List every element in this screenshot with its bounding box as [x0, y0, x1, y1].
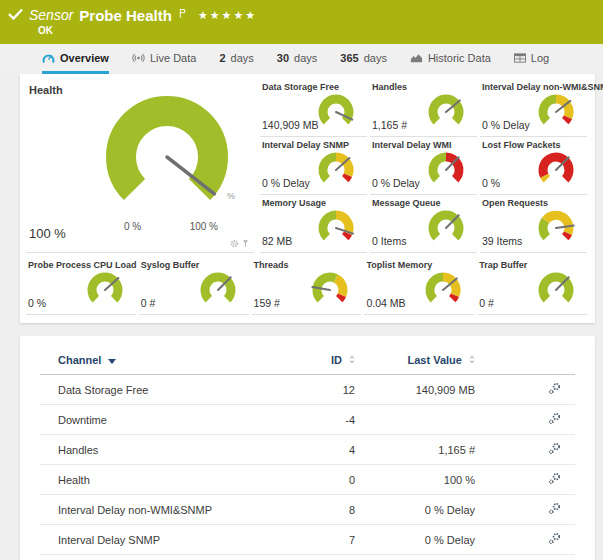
- gauge-icon: [42, 52, 55, 64]
- channel-row[interactable]: Interval Delay non-WMI&SNMP 8 0 % Delay: [40, 495, 575, 525]
- tab-overview[interactable]: Overview: [42, 44, 109, 74]
- channel-id: 7: [275, 525, 355, 555]
- gauge-tile-open-requests[interactable]: Open Requests 39 Items: [480, 197, 587, 253]
- gauge-tile-toplist-memory[interactable]: Toplist Memory 0.04 MB: [364, 259, 474, 315]
- gauge: [422, 91, 470, 133]
- sort-desc-icon: [108, 354, 116, 366]
- channel-id: 4: [275, 435, 355, 465]
- tab-log[interactable]: Log: [514, 44, 549, 74]
- gauge-tile-label: Toplist Memory: [366, 260, 432, 270]
- health-scale-max: 100 %: [190, 221, 218, 232]
- tab-days[interactable]: 30 days: [277, 44, 318, 74]
- tab-historic-data[interactable]: Historic Data: [410, 44, 491, 74]
- channel-id: 0: [275, 465, 355, 495]
- gauge: [312, 91, 360, 133]
- gauge-tile-handles[interactable]: Handles 1,165 #: [370, 81, 477, 137]
- channel-row[interactable]: Handles 4 1,165 #: [40, 435, 575, 465]
- channel-name: Interval Delay SNMP: [40, 525, 275, 555]
- tab-bar: Overview Live Data 2 days 30 days 365 da…: [0, 44, 603, 74]
- gauge-tile-interval-delay-non-wmi-snmp[interactable]: Interval Delay non-WMI&SNMP 0 % Delay: [480, 81, 587, 137]
- gauge-tile-memory-usage[interactable]: Memory Usage 82 MB: [260, 197, 367, 253]
- gauge: [532, 91, 580, 133]
- channel-last-value: 0 % Delay: [355, 525, 475, 555]
- channel-row[interactable]: Interval Delay WMI 6 0 % Delay: [40, 555, 575, 560]
- tab-days[interactable]: 365 days: [340, 44, 387, 74]
- gauge-tile-trap-buffer[interactable]: Trap Buffer 0 #: [477, 259, 587, 315]
- sort-arrows-icon: [349, 354, 355, 366]
- health-scale-min: 0 %: [124, 221, 141, 232]
- overview-gauges-card: Health % 0 % 100 % 100 % Data Storage Fr…: [20, 74, 595, 323]
- gauge-tile-value: 0.04 MB: [366, 297, 405, 309]
- gauge-tile-message-queue[interactable]: Message Queue 0 Items: [370, 197, 477, 253]
- channel-last-value: 140,909 MB: [355, 375, 475, 405]
- channel-name: Handles: [40, 435, 275, 465]
- gauge: [422, 207, 470, 249]
- settings-gears-icon[interactable]: [548, 502, 561, 515]
- gauge: [194, 269, 242, 311]
- channel-row[interactable]: Data Storage Free 12 140,909 MB: [40, 375, 575, 405]
- settings-gears-icon[interactable]: [548, 472, 561, 485]
- gauge-tile-label: Message Queue: [372, 198, 441, 208]
- gauge-tile-value: 0 %: [28, 297, 46, 309]
- settings-gears-icon[interactable]: [548, 382, 561, 395]
- gauge: [419, 269, 467, 311]
- sort-arrows-icon: [469, 354, 475, 366]
- gauge-tile-label: Interval Delay non-WMI&SNMP: [482, 82, 603, 92]
- gauge-tile-label: Memory Usage: [262, 198, 326, 208]
- gauge-tile-value: 0 #: [141, 297, 156, 309]
- gauge-tile-label: Probe Process CPU Load: [28, 260, 137, 270]
- gauge: [312, 207, 360, 249]
- column-header-last-value[interactable]: Last Value: [355, 354, 475, 375]
- channel-row[interactable]: Downtime -4: [40, 405, 575, 435]
- pin-icon[interactable]: [242, 239, 249, 248]
- gauge-tile-value: 1,165 #: [372, 119, 407, 131]
- gauge-tile-label: Open Requests: [482, 198, 548, 208]
- channel-name: Interval Delay WMI: [40, 555, 275, 560]
- sensor-status-bar: Sensor Probe Health ★★★★★ OK: [0, 0, 603, 44]
- gauge-tile-value: 39 Items: [482, 235, 522, 247]
- gauge-tile-label: Interval Delay WMI: [372, 140, 452, 150]
- settings-gears-icon[interactable]: [548, 412, 561, 425]
- gauge: [422, 149, 470, 191]
- gauge-tile-label: Interval Delay SNMP: [262, 140, 349, 150]
- gauge-tile-value: 0 #: [479, 297, 494, 309]
- gauge-tile-value: 82 MB: [262, 235, 292, 247]
- gauge-tile-probe-process-cpu-load[interactable]: Probe Process CPU Load 0 %: [26, 259, 136, 315]
- gauge-tile-interval-delay-snmp[interactable]: Interval Delay SNMP 0 % Delay: [260, 139, 367, 195]
- channel-last-value: 0 % Delay: [355, 555, 475, 560]
- column-header-channel[interactable]: Channel: [40, 354, 275, 375]
- channel-table-card: Channel ID Last Value Data Storage Free …: [20, 336, 595, 560]
- gauge: [81, 269, 129, 311]
- gauge-tile-value: 159 #: [254, 297, 280, 309]
- gauge: [532, 207, 580, 249]
- channel-last-value: 100 %: [355, 465, 475, 495]
- gauge-tile-value: 0 Items: [372, 235, 406, 247]
- column-header-actions: [475, 354, 575, 375]
- priority-stars[interactable]: ★★★★★: [198, 9, 257, 22]
- channel-last-value: 0 % Delay: [355, 495, 475, 525]
- gauge-tile-value: 140,909 MB: [262, 119, 319, 131]
- tab-days[interactable]: 2 days: [219, 44, 253, 74]
- gauge-tile-syslog-buffer[interactable]: Syslog Buffer 0 #: [139, 259, 249, 315]
- gauge-tile-lost-flow-packets[interactable]: Lost Flow Packets 0 %: [480, 139, 587, 195]
- gauge-tile-data-storage-free[interactable]: Data Storage Free 140,909 MB: [260, 81, 367, 137]
- flag-icon[interactable]: [179, 8, 186, 22]
- channel-name: Interval Delay non-WMI&SNMP: [40, 495, 275, 525]
- channel-name: Health: [40, 465, 275, 495]
- gear-icon[interactable]: [230, 239, 239, 248]
- channel-last-value: [355, 405, 475, 435]
- gauge-tile-interval-delay-wmi[interactable]: Interval Delay WMI 0 % Delay: [370, 139, 477, 195]
- gauge-tile-threads[interactable]: Threads 159 #: [252, 259, 362, 315]
- settings-gears-icon[interactable]: [548, 442, 561, 455]
- svg-text:%: %: [227, 191, 235, 201]
- channel-id: 12: [275, 375, 355, 405]
- settings-gears-icon[interactable]: [548, 532, 561, 545]
- object-kind-label: Sensor: [29, 7, 73, 23]
- channel-name: Downtime: [40, 405, 275, 435]
- tab-live-data[interactable]: Live Data: [132, 44, 196, 74]
- column-header-id[interactable]: ID: [275, 354, 355, 375]
- gauge-tile-value: 0 % Delay: [372, 177, 420, 189]
- channel-row[interactable]: Health 0 100 %: [40, 465, 575, 495]
- health-gauge-tile[interactable]: Health % 0 % 100 % 100 %: [26, 81, 254, 253]
- channel-row[interactable]: Interval Delay SNMP 7 0 % Delay: [40, 525, 575, 555]
